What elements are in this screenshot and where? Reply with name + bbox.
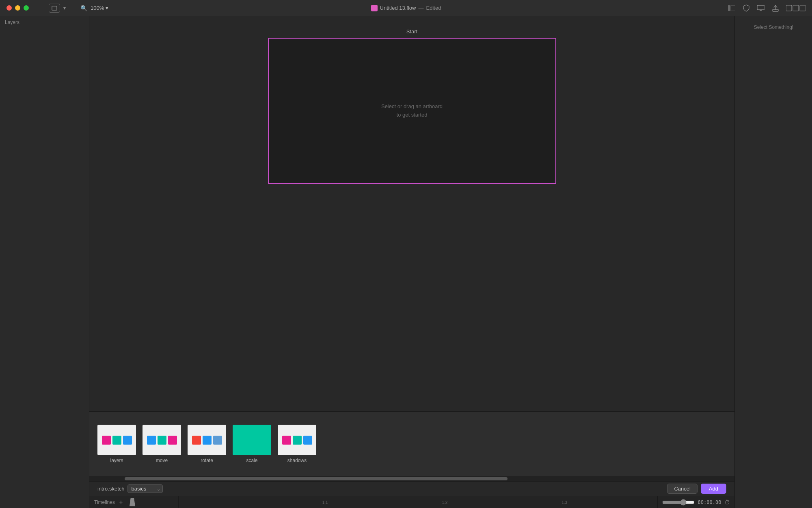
timelines-label: Timelines: [94, 499, 115, 505]
layers-header: Layers: [0, 16, 89, 28]
card-label-scale: scale: [246, 458, 257, 463]
sq-teal-3: [293, 436, 302, 445]
timelines-ruler[interactable]: 1.1 1.2 1.3: [179, 496, 657, 508]
title-center: Untitled 13.flow — Edited: [371, 5, 441, 11]
artboard-select-wrapper[interactable]: basics advanced intro: [127, 484, 163, 493]
sq-red-1: [192, 436, 201, 445]
center-panel: Start Select or drag an artboard to get …: [89, 16, 735, 508]
sq-teal-1: [112, 436, 121, 445]
artboard-cards-row: layers move: [89, 412, 734, 476]
timelines-left: Timelines +: [89, 496, 179, 508]
svg-rect-8: [786, 5, 792, 11]
card-label-layers: layers: [110, 458, 123, 463]
right-panel: Select Something!: [735, 16, 812, 508]
timeline-scrubber[interactable]: [662, 499, 695, 506]
filename-label: intro.sketch: [97, 486, 124, 492]
artboard-card-scale[interactable]: scale: [233, 425, 271, 463]
sq-blue-1: [123, 436, 132, 445]
protection-icon[interactable]: [742, 4, 750, 12]
sq-pink-3: [282, 436, 291, 445]
card-thumb-move: [143, 425, 181, 455]
placeholder-line2: to get started: [397, 112, 428, 118]
ruler-mark-2: 1.2: [442, 500, 447, 504]
card-label-shadows: shadows: [287, 458, 307, 463]
artboard-label: Start: [406, 28, 417, 35]
add-button[interactable]: Add: [701, 484, 726, 494]
artboard-card-shadows[interactable]: shadows: [278, 425, 316, 463]
card-thumb-scale: [233, 425, 271, 455]
clock-icon[interactable]: ⏱: [724, 499, 730, 506]
card-thumb-rotate: [188, 425, 226, 455]
file-row: intro.sketch basics advanced intro Cance…: [89, 481, 734, 496]
window-title: Untitled 13.flow: [380, 5, 416, 11]
card-thumb-shadows: [278, 425, 316, 455]
timecode-panel: 00:00.00 ⏱: [657, 496, 734, 508]
maximize-button[interactable]: [24, 5, 29, 11]
card-squares-rotate: [192, 436, 222, 445]
scroll-area[interactable]: [89, 476, 734, 481]
minimize-button[interactable]: [15, 5, 20, 11]
artboard-placeholder: Select or drag an artboard to get starte…: [381, 102, 443, 119]
zoom-chevron: ▾: [106, 5, 108, 11]
sq-pink-2: [168, 436, 177, 445]
timelines-row: Timelines + 1.1 1.2 1.3 00:00.00 ⏱: [89, 496, 734, 508]
card-squares-layers: [102, 436, 132, 445]
svg-rect-0: [52, 6, 57, 10]
sq-teal-2: [158, 436, 166, 445]
svg-rect-1: [728, 5, 730, 11]
card-squares-shadows: [282, 436, 312, 445]
card-label-rotate: rotate: [201, 458, 213, 463]
zoom-control[interactable]: 100% ▾: [91, 5, 108, 11]
scroll-thumb[interactable]: [125, 477, 508, 480]
artboard-card-move[interactable]: move: [143, 425, 181, 463]
sidebar-toggle-icon[interactable]: [728, 4, 736, 12]
svg-rect-10: [800, 5, 806, 11]
placeholder-line1: Select or drag an artboard: [381, 103, 443, 109]
scroll-track[interactable]: [93, 477, 731, 480]
sq-blue-3: [203, 436, 212, 445]
svg-rect-9: [793, 5, 799, 11]
search-icon[interactable]: 🔍: [80, 5, 87, 11]
card-label-move: move: [156, 458, 168, 463]
layers-panel: Layers: [0, 16, 89, 508]
select-prompt: Select Something!: [754, 24, 793, 30]
toolbar-tools: ▾ 🔍 100% ▾: [49, 4, 108, 13]
toolbar-right: [728, 4, 806, 12]
artboard-card-rotate[interactable]: rotate: [188, 425, 226, 463]
ruler-mark-1: 1.1: [322, 500, 328, 504]
ruler-mark-3: 1.3: [561, 500, 567, 504]
traffic-lights: [6, 5, 29, 11]
timelines-add-button[interactable]: +: [117, 499, 125, 506]
sq-blue-2: [147, 436, 156, 445]
close-button[interactable]: [6, 5, 12, 11]
shape-tool-chevron[interactable]: ▾: [63, 5, 66, 11]
window-subtitle: Edited: [426, 5, 441, 11]
artboard-picker: layers move: [89, 411, 734, 476]
shape-tool-button[interactable]: [49, 4, 60, 13]
title-separator: —: [419, 5, 424, 11]
sq-pink-1: [102, 436, 111, 445]
zoom-label: 100%: [91, 5, 104, 11]
main-layout: Layers Start Select or drag an artboard …: [0, 16, 812, 508]
preview-icon[interactable]: [757, 4, 765, 12]
card-squares-move: [147, 436, 177, 445]
artboard-select[interactable]: basics advanced intro: [127, 484, 163, 493]
playhead-icon: [130, 498, 135, 506]
app-icon: [371, 5, 378, 11]
sq-blue-4: [303, 436, 312, 445]
titlebar: ▾ 🔍 100% ▾ Untitled 13.flow — Edited: [0, 0, 812, 16]
svg-rect-2: [731, 5, 735, 11]
file-actions: Cancel Add: [667, 484, 726, 494]
svg-rect-3: [757, 5, 764, 10]
canvas-area: Start Select or drag an artboard to get …: [89, 16, 734, 411]
timecode-display: 00:00.00: [698, 499, 721, 505]
artboard-frame[interactable]: Select or drag an artboard to get starte…: [268, 38, 556, 184]
layout-switcher[interactable]: [786, 5, 806, 11]
sq-blue2-1: [213, 436, 222, 445]
artboard-card-layers[interactable]: layers: [97, 425, 136, 463]
share-icon[interactable]: [771, 4, 780, 12]
card-thumb-layers: [97, 425, 136, 455]
cancel-button[interactable]: Cancel: [667, 484, 697, 494]
